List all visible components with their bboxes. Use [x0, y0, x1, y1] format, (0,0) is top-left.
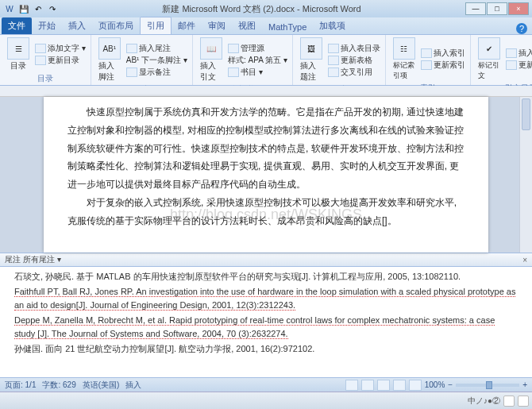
update-toc-button[interactable]: 更新目录	[35, 55, 86, 66]
paragraph[interactable]: 对于复杂的嵌入式控制系统, 采用快速原型控制技术可以极大地提高开发效率和研究水平…	[67, 194, 465, 230]
bibliography-button[interactable]: 书目 ▾	[228, 67, 287, 78]
zoom-in-button[interactable]: +	[522, 380, 527, 389]
redo-icon[interactable]: ↷	[46, 2, 59, 15]
next-footnote-button[interactable]: AB¹ 下一条脚注 ▾	[126, 55, 187, 66]
help-icon: ?	[516, 23, 527, 34]
tab-layout[interactable]: 页面布局	[92, 17, 140, 34]
pane-title[interactable]: 尾注 所有尾注 ▾	[5, 254, 61, 265]
close-button[interactable]: ×	[508, 2, 529, 15]
refresh-icon	[421, 60, 432, 70]
tab-addins[interactable]: 加载项	[313, 17, 352, 34]
save-icon[interactable]: 💾	[17, 2, 30, 15]
view-draft-button[interactable]	[409, 380, 422, 391]
reference-item[interactable]: Faithfull PT, Ball RJ, Jones RP. An inve…	[14, 285, 518, 313]
list-icon	[506, 48, 517, 58]
ribbon-group-footnotes: AB¹ 插入脚注 插入尾注 AB¹ 下一条脚注 ▾ 显示备注 脚注	[91, 35, 193, 85]
title-bar: W 💾 ↶ ↷ 新建 Microsoft Word 文档 (2).docx - …	[0, 0, 532, 17]
toc-button[interactable]: ☰ 目录	[5, 37, 32, 72]
ribbon-group-captions: 🖼 插入题注 插入表目录 更新表格 交叉引用 题注	[293, 35, 386, 85]
cross-ref-button[interactable]: 交叉引用	[328, 67, 380, 78]
ribbon-tabs: 文件 开始 插入 页面布局 引用 邮件 审阅 视图 MathType 加载项 ?	[0, 17, 532, 35]
scroll-thumb[interactable]	[522, 98, 530, 130]
plus-icon	[35, 44, 46, 53]
reference-item[interactable]: 石琰文, 孙晓民. 基于 MATLAB 的车用快速控制原型软件平台的研究与实现[…	[14, 270, 518, 284]
mark-citation-button[interactable]: ✔ 标记引文	[476, 37, 503, 82]
document-area: 快速原型控制属于系统仿真和开发方法学的范畴。它是指在产品开发的初期, 通过快速地…	[0, 97, 532, 253]
status-insert[interactable]: 插入	[125, 380, 141, 391]
insert-footnote-button[interactable]: AB¹ 插入脚注	[96, 37, 123, 83]
view-read-button[interactable]	[361, 380, 374, 391]
show-notes-button[interactable]: 显示备注	[126, 67, 187, 78]
mark-index-button[interactable]: ☷ 标记索引项	[391, 37, 418, 82]
list-icon	[328, 44, 339, 53]
reference-item[interactable]: Deppe M, Zanella M, Robrecht M, et al. R…	[14, 314, 518, 341]
endnote-icon	[126, 44, 137, 53]
zoom-thumb[interactable]	[486, 381, 492, 389]
ruler[interactable]	[0, 86, 532, 97]
ime-indicator[interactable]: 中ノ♪●②	[468, 395, 500, 407]
insert-toa-button[interactable]: 插入引文目录	[506, 48, 532, 59]
status-bar: 页面: 1/1 字数: 629 英语(美国) 插入 100% − +	[0, 377, 532, 392]
citation-icon: 📖	[200, 37, 222, 60]
status-words[interactable]: 字数: 629	[42, 380, 75, 391]
ribbon-group-toc: ☰ 目录 添加文字 ▾ 更新目录 目录	[0, 35, 91, 85]
ribbon: ☰ 目录 添加文字 ▾ 更新目录 目录 AB¹ 插入脚注 插入尾注 AB¹ 下一…	[0, 35, 532, 86]
insert-caption-button[interactable]: 🖼 插入题注	[298, 37, 325, 83]
db-icon	[228, 44, 239, 53]
manage-sources-button[interactable]: 管理源	[228, 43, 287, 54]
zoom-level[interactable]: 100%	[425, 380, 445, 389]
undo-icon[interactable]: ↶	[32, 2, 44, 15]
tab-file[interactable]: 文件	[2, 17, 32, 34]
tab-view[interactable]: 视图	[232, 17, 262, 34]
pane-close-button[interactable]: ×	[522, 256, 527, 264]
maximize-button[interactable]: □	[487, 2, 507, 15]
reference-item[interactable]: 孙健国. 面向 21 世纪航空动力控制展望[J]. 航空动力学报, 2001, …	[14, 342, 518, 357]
group-label: 目录	[5, 72, 86, 85]
view-outline-button[interactable]	[393, 380, 406, 391]
tab-review[interactable]: 审阅	[202, 17, 232, 34]
ribbon-help[interactable]: ?	[516, 23, 532, 34]
status-page[interactable]: 页面: 1/1	[5, 380, 36, 391]
minimize-button[interactable]: —	[465, 2, 486, 15]
qat: W 💾 ↶ ↷	[3, 2, 59, 15]
add-text-button[interactable]: 添加文字 ▾	[35, 43, 86, 54]
insert-tof-button[interactable]: 插入表目录	[328, 43, 380, 54]
notes-icon	[126, 68, 137, 77]
taskbar: 中ノ♪●②	[0, 392, 532, 409]
window-title: 新建 Microsoft Word 文档 (2).docx - Microsof…	[59, 3, 465, 15]
update-toa-button[interactable]: 更新表格	[506, 60, 532, 71]
tab-mathtype[interactable]: MathType	[262, 20, 313, 34]
endnotes-pane-header: 尾注 所有尾注 ▾ ×	[0, 253, 532, 267]
refresh-icon	[506, 60, 517, 70]
toc-icon: ☰	[7, 37, 29, 60]
endnotes-pane[interactable]: 石琰文, 孙晓民. 基于 MATLAB 的车用快速控制原型软件平台的研究与实现[…	[0, 267, 532, 378]
vertical-scrollbar[interactable]	[519, 97, 532, 253]
ribbon-group-citations: 📖 插入引文 管理源 样式: APA 第五 ▾ 书目 ▾ 引文与书目	[193, 35, 293, 85]
tab-mail[interactable]: 邮件	[172, 17, 202, 34]
ribbon-group-authorities: ✔ 标记引文 插入引文目录 更新表格 引文目录	[471, 35, 532, 85]
insert-citation-button[interactable]: 📖 插入引文	[198, 37, 225, 83]
insert-endnote-button[interactable]: 插入尾注	[126, 43, 187, 54]
update-table-button[interactable]: 更新表格	[328, 55, 380, 66]
tray-icon[interactable]	[503, 395, 515, 407]
refresh-icon	[328, 56, 339, 65]
zoom-out-button[interactable]: −	[448, 380, 453, 389]
document-page[interactable]: 快速原型控制属于系统仿真和开发方法学的范畴。它是指在产品开发的初期, 通过快速地…	[44, 97, 488, 253]
list-icon	[421, 48, 432, 58]
status-lang[interactable]: 英语(美国)	[83, 380, 120, 391]
tab-references[interactable]: 引用	[140, 17, 172, 34]
insert-index-button[interactable]: 插入索引	[421, 48, 465, 59]
paragraph[interactable]: 快速原型控制属于系统仿真和开发方法学的范畴。它是指在产品开发的初期, 通过快速地…	[67, 103, 465, 194]
zoom-slider[interactable]	[456, 384, 519, 387]
ribbon-group-index: ☷ 标记索引项 插入索引 更新索引 索引	[386, 35, 471, 85]
view-print-button[interactable]	[345, 380, 358, 391]
tray-icon[interactable]	[518, 395, 529, 407]
update-index-button[interactable]: 更新索引	[421, 60, 465, 71]
word-icon: W	[3, 2, 16, 15]
view-web-button[interactable]	[377, 380, 390, 391]
citation-style-select[interactable]: 样式: APA 第五 ▾	[228, 55, 287, 66]
tab-home[interactable]: 开始	[32, 17, 62, 34]
tab-insert[interactable]: 插入	[62, 17, 92, 34]
window-controls: — □ ×	[465, 2, 529, 15]
mark-icon: ✔	[478, 37, 500, 60]
